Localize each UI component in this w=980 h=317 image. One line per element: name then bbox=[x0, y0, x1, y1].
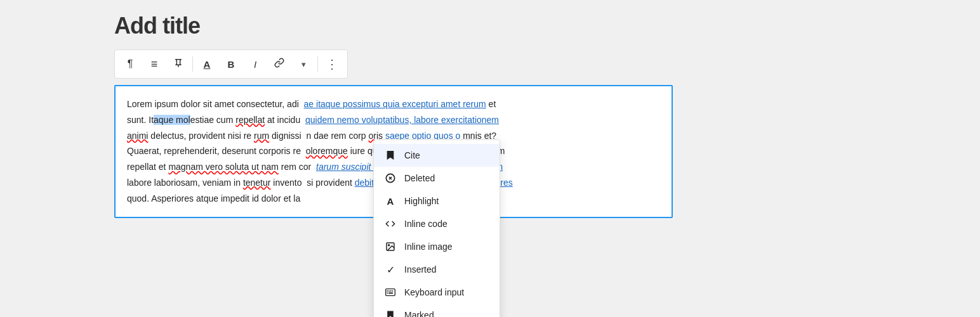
pin-button[interactable] bbox=[167, 53, 190, 75]
menu-item-inline-code[interactable]: Inline code bbox=[374, 212, 500, 235]
toolbar-divider-2 bbox=[317, 56, 318, 72]
menu-label-marked: Marked bbox=[404, 310, 434, 317]
menu-item-marked[interactable]: Marked bbox=[374, 304, 500, 317]
svg-point-5 bbox=[388, 245, 390, 246]
text-color-button[interactable]: A bbox=[195, 53, 218, 75]
page-title: Add title bbox=[114, 13, 866, 39]
menu-label-inline-code: Inline code bbox=[404, 219, 447, 229]
pin-icon bbox=[173, 58, 183, 70]
tag-icon bbox=[384, 309, 397, 317]
menu-item-inline-image[interactable]: Inline image bbox=[374, 235, 500, 258]
paragraph-icon: ¶ bbox=[128, 58, 133, 70]
chevron-down-button[interactable]: ▾ bbox=[292, 53, 315, 75]
menu-label-inline-image: Inline image bbox=[404, 242, 453, 252]
menu-item-inserted[interactable]: ✓ Inserted bbox=[374, 258, 500, 281]
code-icon bbox=[384, 217, 397, 230]
toolbar-divider-1 bbox=[192, 56, 193, 72]
bold-icon: B bbox=[228, 59, 235, 70]
menu-label-inserted: Inserted bbox=[404, 264, 437, 275]
image-icon bbox=[384, 240, 397, 253]
menu-item-cite[interactable]: Cite bbox=[374, 144, 500, 167]
more-options-icon: ⋮ bbox=[326, 56, 338, 72]
dropdown-menu: Cite Deleted A Highlight Inline code bbox=[373, 139, 500, 317]
menu-label-highlight: Highlight bbox=[404, 196, 439, 206]
menu-label-cite: Cite bbox=[404, 150, 420, 160]
keyboard-icon bbox=[384, 286, 397, 299]
italic-button[interactable]: I bbox=[244, 53, 267, 75]
bookmark-icon bbox=[384, 149, 397, 162]
menu-item-keyboard-input[interactable]: Keyboard input bbox=[374, 281, 500, 304]
menu-label-deleted: Deleted bbox=[404, 173, 435, 183]
svg-rect-6 bbox=[386, 289, 395, 296]
align-button[interactable]: ≡ bbox=[143, 53, 166, 75]
link-icon bbox=[274, 58, 284, 70]
text-highlight-icon: A bbox=[384, 195, 397, 207]
toolbar: ¶ ≡ A B I bbox=[114, 49, 348, 79]
menu-item-deleted[interactable]: Deleted bbox=[374, 167, 500, 190]
check-icon: ✓ bbox=[384, 263, 397, 276]
more-options-button[interactable]: ⋮ bbox=[321, 53, 343, 75]
close-circle-icon bbox=[384, 172, 397, 184]
text-color-icon: A bbox=[204, 59, 211, 70]
bold-button[interactable]: B bbox=[220, 53, 242, 75]
align-icon: ≡ bbox=[151, 58, 158, 71]
menu-label-keyboard-input: Keyboard input bbox=[404, 287, 464, 297]
link-button[interactable] bbox=[268, 53, 291, 75]
chevron-down-icon: ▾ bbox=[301, 60, 306, 69]
paragraph-button[interactable]: ¶ bbox=[119, 53, 142, 75]
italic-icon: I bbox=[254, 59, 256, 70]
menu-item-highlight[interactable]: A Highlight bbox=[374, 190, 500, 212]
